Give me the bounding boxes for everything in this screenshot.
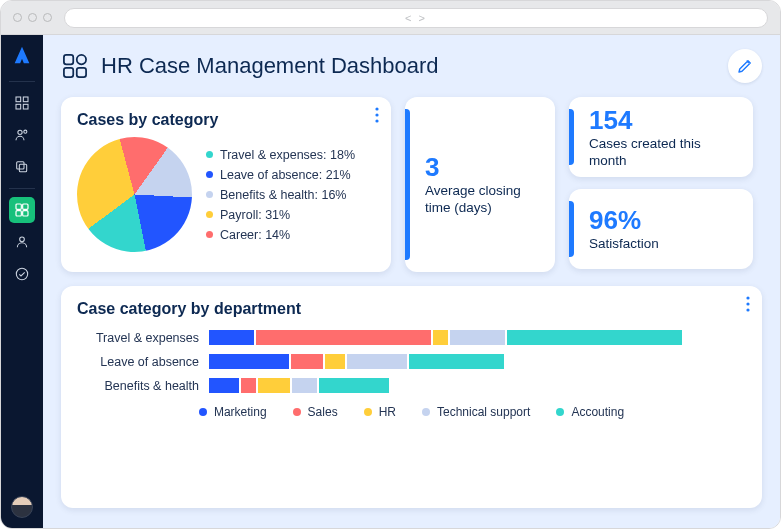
legend-swatch	[364, 408, 372, 416]
svg-point-21	[746, 296, 749, 299]
legend-label: HR	[379, 405, 396, 419]
svg-point-5	[24, 130, 27, 133]
legend-label: Leave of absence: 21%	[220, 168, 351, 182]
bar-segment-hr	[325, 354, 345, 369]
user-icon	[14, 234, 30, 250]
legend-label: Accouting	[571, 405, 624, 419]
svg-rect-11	[23, 211, 28, 216]
svg-point-22	[746, 302, 749, 305]
edit-button[interactable]	[728, 49, 762, 83]
dashboard-icon	[14, 202, 30, 218]
satisfaction-card: 96% Satisfaction	[569, 189, 753, 269]
right-metric-column: 154 Cases created this month 96% Satisfa…	[569, 97, 753, 272]
main-content: HR Case Management Dashboard Cases by ca…	[43, 35, 780, 528]
bar-segment-tech	[347, 354, 407, 369]
legend-swatch	[206, 151, 213, 158]
metric-value: 3	[425, 152, 539, 183]
dept-legend: MarketingSalesHRTechnical supportAccouti…	[77, 405, 746, 419]
legend-swatch	[293, 408, 301, 416]
bar-segment-sales	[256, 330, 431, 345]
pencil-icon	[736, 57, 754, 75]
sidebar-separator	[9, 188, 35, 189]
legend-swatch	[206, 191, 213, 198]
svg-rect-1	[23, 97, 28, 102]
svg-point-13	[16, 268, 27, 279]
metric-label: Satisfaction	[589, 236, 737, 253]
app-logo-icon	[11, 45, 33, 67]
metric-value: 154	[589, 105, 737, 136]
dashboard-title-icon	[61, 52, 89, 80]
svg-point-23	[746, 308, 749, 311]
legend-label: Technical support	[437, 405, 530, 419]
page-header: HR Case Management Dashboard	[61, 49, 762, 83]
svg-point-12	[20, 237, 25, 242]
pie-legend: Travel & expenses: 18%Leave of absence: …	[206, 148, 355, 242]
svg-point-17	[77, 55, 86, 64]
legend-label: Travel & expenses: 18%	[220, 148, 355, 162]
legend-swatch	[422, 408, 430, 416]
card-title: Case category by department	[77, 300, 746, 318]
avatar[interactable]	[11, 496, 33, 518]
url-bar[interactable]: < >	[64, 8, 768, 28]
svg-rect-7	[17, 162, 24, 169]
sidebar-item-copy[interactable]	[9, 154, 35, 180]
legend-label: Sales	[308, 405, 338, 419]
kebab-icon	[746, 296, 750, 312]
code-icon: < >	[405, 12, 427, 24]
app-body: HR Case Management Dashboard Cases by ca…	[1, 35, 780, 528]
svg-rect-14	[64, 55, 73, 64]
sidebar-item-grid[interactable]	[9, 90, 35, 116]
sidebar-item-users[interactable]	[9, 122, 35, 148]
legend-item: HR	[364, 405, 396, 419]
legend-item: Benefits & health: 16%	[206, 188, 355, 202]
sidebar-item-check[interactable]	[9, 261, 35, 287]
legend-item: Career: 14%	[206, 228, 355, 242]
window-close-dot[interactable]	[13, 13, 22, 22]
sidebar-item-dashboard[interactable]	[9, 197, 35, 223]
sidebar-item-profile[interactable]	[9, 229, 35, 255]
bar-row: Leave of absence	[81, 354, 746, 369]
card-menu-button[interactable]	[746, 296, 750, 312]
bar-track	[209, 354, 746, 369]
grid-icon	[14, 95, 30, 111]
legend-swatch	[199, 408, 207, 416]
legend-item: Marketing	[199, 405, 267, 419]
legend-label: Benefits & health: 16%	[220, 188, 346, 202]
svg-point-20	[375, 119, 378, 122]
bar-row: Benefits & health	[81, 378, 746, 393]
legend-item: Accouting	[556, 405, 624, 419]
bar-row: Travel & expenses	[81, 330, 746, 345]
card-title: Cases by category	[77, 111, 375, 129]
cases-created-card: 154 Cases created this month	[569, 97, 753, 177]
card-menu-button[interactable]	[375, 107, 379, 123]
window-max-dot[interactable]	[43, 13, 52, 22]
pie-body: Travel & expenses: 18%Leave of absence: …	[77, 137, 375, 252]
bar-segment-sales	[291, 354, 323, 369]
bar-segment-tech	[450, 330, 505, 345]
legend-item: Technical support	[422, 405, 530, 419]
bar-segment-sales	[241, 378, 256, 393]
legend-label: Payroll: 31%	[220, 208, 290, 222]
legend-item: Payroll: 31%	[206, 208, 355, 222]
users-icon	[14, 127, 30, 143]
svg-rect-10	[16, 211, 21, 216]
check-circle-icon	[14, 266, 30, 282]
svg-rect-9	[23, 204, 28, 209]
bar-segment-marketing	[209, 330, 254, 345]
bar-label: Benefits & health	[81, 379, 199, 393]
copy-icon	[14, 159, 30, 175]
bar-segment-marketing	[209, 354, 289, 369]
pie-chart	[64, 124, 205, 265]
avg-closing-card: 3 Average closing time (days)	[405, 97, 555, 272]
svg-rect-8	[16, 204, 21, 209]
sidebar-separator	[9, 81, 35, 82]
svg-rect-15	[64, 68, 73, 77]
window-min-dot[interactable]	[28, 13, 37, 22]
bar-segment-acct	[507, 330, 682, 345]
svg-point-18	[375, 107, 378, 110]
kebab-icon	[375, 107, 379, 123]
sidebar	[1, 35, 43, 528]
window-controls	[13, 13, 52, 22]
bar-segment-hr	[433, 330, 448, 345]
page-title: HR Case Management Dashboard	[101, 53, 439, 79]
